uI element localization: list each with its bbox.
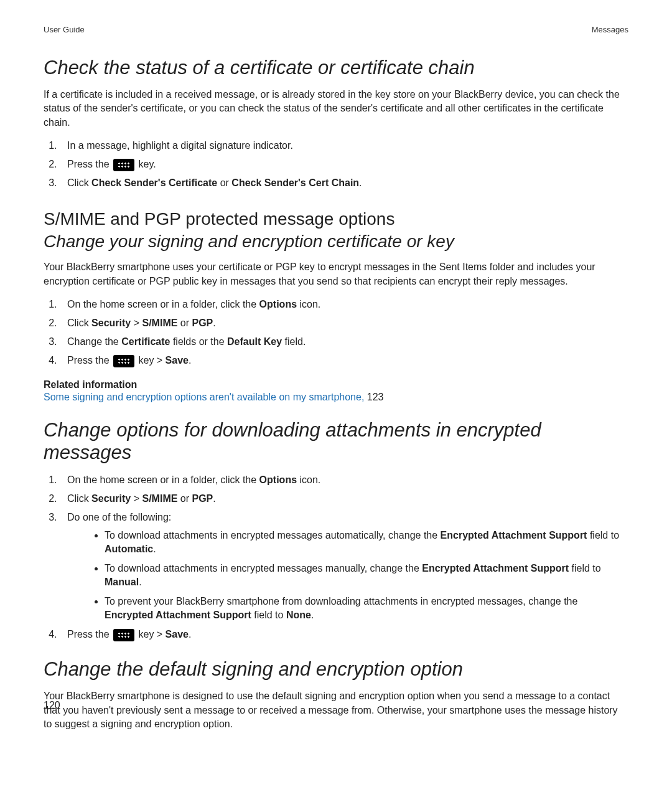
related-page-ref: 123 [367, 392, 384, 402]
text: or [177, 493, 192, 504]
sub-bullets: To download attachments in encrypted mes… [67, 529, 628, 622]
text: key > [136, 629, 166, 639]
menu-item: S/MIME [142, 318, 177, 328]
heading-change-signing-cert: Change your signing and encryption certi… [44, 232, 628, 252]
text: To download attachments in encrypted mes… [105, 563, 422, 573]
text: > [131, 318, 142, 328]
text: Click [67, 177, 91, 188]
step: Do one of the following: To download att… [60, 510, 628, 622]
page: User Guide Messages Check the status of … [0, 0, 672, 807]
text: Click [67, 493, 91, 504]
field-name: Encrypted Attachment Support [105, 610, 251, 620]
heading-download-attachments: Change options for downloading attachmen… [44, 419, 628, 464]
related-link[interactable]: Some signing and encryption options aren… [44, 392, 367, 402]
menu-item: Security [91, 318, 131, 328]
para-change-signing-cert: Your BlackBerry smartphone uses your cer… [44, 260, 628, 288]
menu-item: Check Sender's Cert Chain [231, 177, 359, 188]
text: field to [569, 563, 601, 573]
step: Press the key > Save. [60, 353, 628, 368]
menu-item: S/MIME [142, 493, 177, 504]
text: Click [67, 318, 91, 328]
bullet: To download attachments in encrypted mes… [105, 529, 628, 557]
field-name: Certificate [121, 336, 170, 347]
text: . [359, 177, 362, 188]
menu-item: Security [91, 493, 131, 504]
text: . [189, 355, 191, 366]
text: fields or the [170, 336, 227, 347]
header-right: Messages [592, 25, 628, 34]
step: Click Security > S/MIME or PGP. [60, 491, 628, 506]
text: icon. [297, 299, 320, 309]
blackberry-key-icon [113, 355, 134, 367]
blackberry-key-icon [113, 159, 134, 171]
page-number: 120 [44, 700, 60, 711]
text: or [177, 318, 192, 328]
text: field to [251, 610, 286, 620]
icon-name: Options [259, 474, 297, 485]
text: . [311, 610, 314, 620]
text: key > [136, 355, 166, 366]
menu-item: Save [166, 355, 189, 366]
field-value: Automatic [105, 544, 153, 554]
text: Do one of the following: [67, 512, 171, 522]
text: To prevent your BlackBerry smartphone fr… [105, 596, 577, 606]
step: Press the key. [60, 157, 628, 172]
bullet: To prevent your BlackBerry smartphone fr… [105, 595, 628, 623]
text: On the home screen or in a folder, click… [67, 299, 259, 309]
menu-item: PGP [192, 493, 213, 504]
text: Press the [67, 355, 112, 366]
para-check-cert-status: If a certificate is included in a receiv… [44, 88, 628, 130]
field-name: Encrypted Attachment Support [422, 563, 569, 573]
step: Click Security > S/MIME or PGP. [60, 316, 628, 331]
heading-check-cert-status: Check the status of a certificate or cer… [44, 57, 628, 79]
running-header: User Guide Messages [44, 25, 628, 34]
text: field to [587, 530, 619, 540]
text: . [139, 577, 141, 587]
text: Press the [67, 629, 112, 639]
text: . [213, 318, 215, 328]
menu-item: Check Sender's Certificate [91, 177, 217, 188]
menu-item: Save [166, 629, 189, 639]
step: Press the key > Save. [60, 627, 628, 642]
text: field. [282, 336, 306, 347]
text: . [153, 544, 156, 554]
field-name: Default Key [227, 336, 282, 347]
field-name: Encrypted Attachment Support [441, 530, 587, 540]
text: or [217, 177, 231, 188]
para-default-signing: Your BlackBerry smartphone is designed t… [44, 689, 628, 731]
header-left: User Guide [44, 25, 85, 34]
steps-download-attachments: On the home screen or in a folder, click… [44, 473, 628, 642]
text: To download attachments in encrypted mes… [105, 530, 441, 540]
text: > [131, 493, 142, 504]
heading-default-signing: Change the default signing and encryptio… [44, 658, 628, 681]
step: On the home screen or in a folder, click… [60, 297, 628, 312]
text: . [213, 493, 215, 504]
text: Change the [67, 336, 121, 347]
text: On the home screen or in a folder, click… [67, 474, 259, 485]
related-info-heading: Related information [44, 379, 628, 390]
text: key. [136, 159, 156, 169]
field-value: None [286, 610, 311, 620]
text: Press the [67, 159, 112, 169]
step: Change the Certificate fields or the Def… [60, 334, 628, 349]
steps-check-cert: In a message, highlight a digital signat… [44, 138, 628, 191]
related-info-link-row: Some signing and encryption options aren… [44, 392, 628, 403]
bullet: To download attachments in encrypted mes… [105, 562, 628, 590]
text: icon. [297, 474, 320, 485]
steps-change-cert: On the home screen or in a folder, click… [44, 297, 628, 368]
heading-smime-pgp-options: S/MIME and PGP protected message options [44, 209, 628, 229]
step: Click Check Sender's Certificate or Chec… [60, 176, 628, 191]
icon-name: Options [259, 299, 297, 309]
text: . [189, 629, 191, 639]
blackberry-key-icon [113, 629, 134, 641]
step: On the home screen or in a folder, click… [60, 473, 628, 488]
menu-item: PGP [192, 318, 213, 328]
field-value: Manual [105, 577, 139, 587]
step: In a message, highlight a digital signat… [60, 138, 628, 153]
